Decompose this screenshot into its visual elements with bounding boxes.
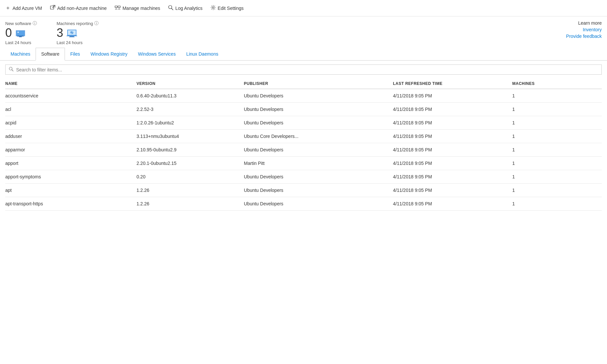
table-row[interactable]: adduser 3.113+nmu3ubuntu4 Ubuntu Core De… [5,130,602,143]
manage-icon [115,5,121,11]
tabs: Machines Software Files Windows Registry… [0,48,607,61]
cell-publisher: Ubuntu Developers [244,184,393,197]
provide-feedback-link[interactable]: Provide feedback [566,34,602,39]
cell-name: apt [5,184,136,197]
cell-last-refreshed: 4/11/2018 9:05 PM [393,130,512,143]
stats-row: New software ⓘ 0 Last 24 hours Machines … [0,16,607,48]
software-stat-icon [14,27,26,39]
tab-linux-daemons[interactable]: Linux Daemons [181,48,223,61]
cell-last-refreshed: 4/11/2018 9:05 PM [393,197,512,211]
table-row[interactable]: acpid 1:2.0.26-1ubuntu2 Ubuntu Developer… [5,116,602,130]
svg-rect-2 [118,6,120,8]
cell-machines: 1 [512,130,602,143]
cell-name: acl [5,103,136,116]
machines-reporting-info-icon[interactable]: ⓘ [94,20,99,26]
tab-machines[interactable]: Machines [5,48,36,61]
svg-rect-8 [19,37,22,37]
cell-last-refreshed: 4/11/2018 9:05 PM [393,157,512,170]
cell-name: acpid [5,116,136,130]
svg-point-4 [212,7,214,8]
svg-rect-14 [67,36,77,36]
table-row[interactable]: apport 2.20.1-0ubuntu2.15 Martin Pitt 4/… [5,157,602,170]
tab-windows-registry[interactable]: Windows Registry [85,48,133,61]
plus-icon: ＋ [5,5,11,12]
cell-name: adduser [5,130,136,143]
analytics-icon [168,5,173,12]
cell-publisher: Martin Pitt [244,157,393,170]
edit-settings-label: Edit Settings [218,6,244,11]
col-header-publisher: PUBLISHER [244,79,393,89]
col-header-machines: MACHINES [512,79,602,89]
cell-machines: 1 [512,170,602,184]
tab-files[interactable]: Files [65,48,85,61]
new-software-sublabel: Last 24 hours [5,40,37,45]
cell-version: 1:2.0.26-1ubuntu2 [136,116,244,130]
machines-reporting-label: Machines reporting ⓘ [57,20,99,26]
manage-machines-button[interactable]: Manage machines [115,4,160,13]
cell-last-refreshed: 4/11/2018 9:05 PM [393,89,512,103]
cell-name: apport-symptoms [5,170,136,184]
cell-publisher: Ubuntu Developers [244,89,393,103]
cell-last-refreshed: 4/11/2018 9:05 PM [393,170,512,184]
new-software-info-icon[interactable]: ⓘ [33,20,37,26]
svg-rect-13 [69,37,74,37]
table-row[interactable]: acl 2.2.52-3 Ubuntu Developers 4/11/2018… [5,103,602,116]
cell-machines: 1 [512,157,602,170]
table-row[interactable]: apport-symptoms 0.20 Ubuntu Developers 4… [5,170,602,184]
cell-version: 1.2.26 [136,184,244,197]
log-analytics-button[interactable]: Log Analytics [168,4,203,13]
inventory-link[interactable]: Inventory [583,27,602,32]
search-icon [9,67,14,72]
side-links: Learn more Inventory Provide feedback [566,20,602,39]
toolbar: ＋ Add Azure VM Add non-Azure machine Man… [0,0,607,16]
cell-publisher: Ubuntu Developers [244,170,393,184]
table-row[interactable]: apt 1.2.26 Ubuntu Developers 4/11/2018 9… [5,184,602,197]
tab-windows-services[interactable]: Windows Services [133,48,181,61]
cell-publisher: Ubuntu Developers [244,197,393,211]
new-software-label: New software ⓘ [5,20,37,26]
cell-last-refreshed: 4/11/2018 9:05 PM [393,103,512,116]
machines-reporting-sublabel: Last 24 hours [57,40,99,45]
col-header-last-refreshed: LAST REFRESHED TIME [393,79,512,89]
new-software-value: 0 [5,27,12,39]
software-table: NAME VERSION PUBLISHER LAST REFRESHED TI… [5,79,602,211]
machine-stat-icon [66,27,78,39]
log-analytics-label: Log Analytics [175,6,203,11]
gear-icon [211,5,216,12]
learn-more-text: Learn more [578,20,602,26]
edit-settings-button[interactable]: Edit Settings [211,4,244,13]
cell-last-refreshed: 4/11/2018 9:05 PM [393,184,512,197]
cell-last-refreshed: 4/11/2018 9:05 PM [393,116,512,130]
cell-publisher: Ubuntu Developers [244,116,393,130]
table-row[interactable]: accountsservice 0.6.40-2ubuntu11.3 Ubunt… [5,89,602,103]
external-link-icon [50,5,55,12]
add-azure-vm-button[interactable]: ＋ Add Azure VM [5,3,42,13]
cell-version: 2.2.52-3 [136,103,244,116]
cell-version: 2.20.1-0ubuntu2.15 [136,157,244,170]
cell-name: apparmor [5,143,136,157]
cell-machines: 1 [512,184,602,197]
search-box [5,65,602,75]
cell-name: accountsservice [5,89,136,103]
table-row[interactable]: apt-transport-https 1.2.26 Ubuntu Develo… [5,197,602,211]
add-non-azure-button[interactable]: Add non-Azure machine [50,4,107,13]
cell-version: 2.10.95-0ubuntu2.9 [136,143,244,157]
tab-software[interactable]: Software [36,48,65,61]
table-row[interactable]: apparmor 2.10.95-0ubuntu2.9 Ubuntu Devel… [5,143,602,157]
cell-publisher: Ubuntu Core Developers... [244,130,393,143]
cell-machines: 1 [512,116,602,130]
cell-name: apt-transport-https [5,197,136,211]
machines-reporting-stat: Machines reporting ⓘ 3 Last 24 hours [57,20,99,45]
cell-version: 0.6.40-2ubuntu11.3 [136,89,244,103]
new-software-stat: New software ⓘ 0 Last 24 hours [5,20,37,45]
search-input[interactable] [16,67,598,72]
add-non-azure-label: Add non-Azure machine [57,6,107,11]
cell-machines: 1 [512,89,602,103]
svg-rect-1 [115,6,117,8]
cell-publisher: Ubuntu Developers [244,143,393,157]
cell-version: 1.2.26 [136,197,244,211]
search-container [0,61,607,79]
manage-machines-label: Manage machines [123,6,160,11]
svg-rect-7 [17,36,24,37]
machines-reporting-value: 3 [57,27,63,39]
